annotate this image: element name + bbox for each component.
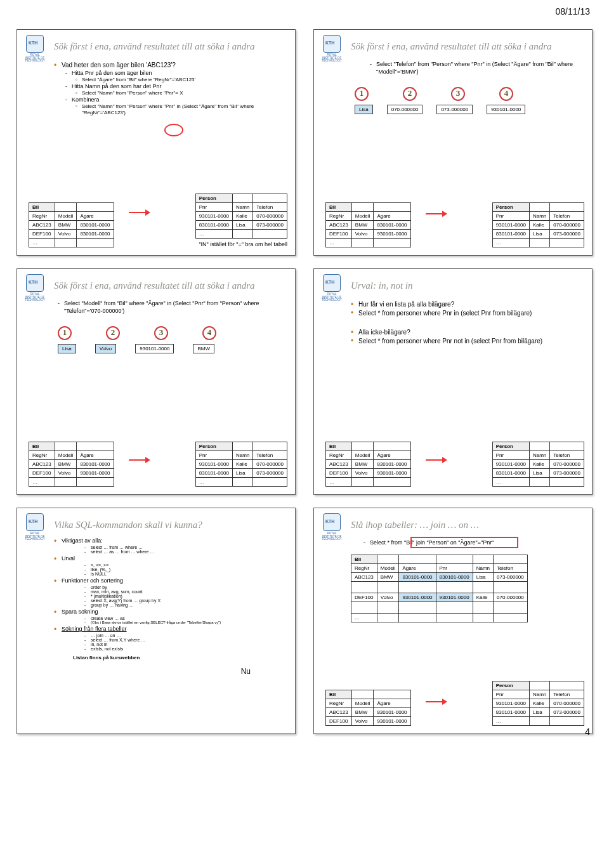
bil-table: Bil RegNrModellÄgare ABC123BMW830101-000… [29,202,114,247]
header-cell: Ägare [374,451,410,460]
kth-logo: ROYAL INSTITUTE OF TECHNOLOGY [23,274,46,302]
table-cell: 830101-0000 [399,573,436,582]
header-cell: Modell [351,212,374,221]
person-table: Person PnrNamnTelefon 930101-0000Kalle07… [492,442,584,487]
header-cell: Ägare [374,699,410,708]
table-cell: 073-000000 [550,469,584,478]
bottom-tables: Bil RegNrModellÄgare ABC123BMW830101-000… [29,194,287,247]
table-cell: 073-000000 [494,573,528,582]
sub: is NULL [84,572,287,576]
table-cell: 830101-0000 [492,708,529,717]
table-cell: Volvo [55,230,77,239]
table-cell: Kalle [529,460,549,469]
step-label: 1 [58,326,72,340]
person-table: Person PnrNamnTelefon 930101-0000Kalle07… [195,442,287,487]
sub-bullet: Select "Telefon" from "Person" where "Pn… [370,61,584,76]
sub-bullet2: Select "Namn" from "Person" where "Pnr"=… [75,90,287,96]
sub: select X, avg(Y) from … group by X [84,598,287,603]
header-cell: Modell [55,212,77,221]
header-cell: Pnr [436,564,473,573]
red-arrow-icon [426,457,447,463]
result-cell: 073-000000 [436,105,473,114]
table-cell: … [29,478,55,487]
table-cell: ABC123 [29,460,55,469]
table-cell: Kalle [529,221,549,230]
slide-3: ROYAL INSTITUTE OF TECHNOLOGY Sök först … [16,268,296,495]
table-cell: … [326,478,352,487]
bil-table: Bil RegNrModellÄgare ABC123BMW830101-000… [29,442,114,487]
sub-bullet2: Select "Namn" from "Person" where "Pnr" … [75,103,287,115]
step-circle-icon: 2 [106,326,120,340]
table-name: Bil [351,555,377,564]
table-cell: Kalle [232,460,252,469]
person-table: Person PnrNamnTelefon 930101-0000Kalle07… [492,681,584,726]
table-name: Bil [326,442,352,451]
table-cell: 830101-0000 [374,221,410,230]
slide-6: ROYAL INSTITUTE OF TECHNOLOGY Slå ihop t… [313,508,593,734]
table-cell: BMW [351,460,374,469]
table-cell: 930101-0000 [374,230,410,239]
table-cell: 830101-0000 [374,708,410,717]
table-cell: DEF100 [29,230,55,239]
result-cell: 930101-0000 [487,105,525,114]
sub: max, min, avg, sum, count [84,589,287,594]
table-cell: 930101-0000 [436,593,473,602]
step-circle-icon: 1 [58,326,72,340]
slide-title: Slå ihop tabeller: … join … on … [351,520,479,530]
kth-subtitle: ROYAL INSTITUTE OF TECHNOLOGY [320,293,343,302]
step-circle-icon: 4 [202,326,216,340]
header-cell: RegNr [29,212,55,221]
table-cell: 830101-0000 [436,573,473,582]
slide-2: ROYAL INSTITUTE OF TECHNOLOGY Sök först … [313,29,593,256]
header-cell: RegNr [351,564,377,573]
slide-1: ROYAL INSTITUTE OF TECHNOLOGY Sök först … [16,29,296,256]
table-cell: DEF100 [351,593,377,602]
red-arrow-icon [129,457,150,463]
result-cell: Lisa [58,344,76,353]
kth-crest-icon [323,274,341,292]
bil-table: Bil RegNrModellÄgare ABC123BMW830101-000… [325,442,411,487]
kth-logo: ROYAL INSTITUTE OF TECHNOLOGY [320,513,343,541]
table-cell: … [492,717,529,726]
step-label: 1 [355,87,369,101]
step-label: 4 [202,326,216,340]
table-cell: Lisa [232,469,252,478]
table-cell: DEF100 [29,469,55,478]
table-cell: 930101-0000 [195,212,232,221]
table-cell: ABC123 [326,460,352,469]
table-cell: Volvo [351,717,374,726]
bullet: Spara sökning [54,608,287,615]
bullet: Viktigast av alla: [54,537,287,544]
sub-bullet: Hitta Pnr på den som äger bilen [65,70,287,76]
header-cell: Namn [232,203,252,212]
header-cell: Telefon [494,564,528,573]
header-cell: Telefon [550,212,584,221]
table-cell: 070-000000 [550,699,584,708]
person-table: Person PnrNamnTelefon 930101-0000Kalle07… [492,202,584,247]
table-cell: … [29,239,55,247]
bullet: Sökning från flera tabeller [54,626,287,632]
table-cell: BMW [351,221,374,230]
main-bullet: Vad heter den som äger bilen 'ABC123'? [54,62,287,69]
red-box-annotation [410,537,518,548]
sub: create view … as [84,616,287,621]
header-cell: Telefon [550,690,584,699]
table-cell: 930101-0000 [77,469,114,478]
slide-title: Sök först i ena, använd resultatet till … [54,41,255,52]
bil-table: Bil RegNrModellÄgare ABC123BMW830101-000… [325,202,411,247]
table-cell: 930101-0000 [195,460,232,469]
bottom-tables: Bil RegNrModellÄgare ABC123BMW830101-000… [325,681,584,726]
slide-title: Sök först i ena, använd resultatet till … [351,41,552,52]
table-cell: 830101-0000 [77,460,114,469]
table-cell: 070-000000 [494,593,528,602]
person-table: Person PnrNamnTelefon 930101-0000Kalle07… [195,194,287,239]
step-circle-icon: 3 [451,87,465,101]
kth-subtitle: ROYAL INSTITUTE OF TECHNOLOGY [23,293,46,302]
table-cell: BMW [55,221,77,230]
header-cell: Modell [377,564,399,573]
result-cell: Lisa [355,105,373,114]
step-label: 2 [403,87,417,101]
table-cell: Lisa [529,469,549,478]
table-cell: … [195,230,232,239]
table-cell: 073-000000 [253,469,287,478]
